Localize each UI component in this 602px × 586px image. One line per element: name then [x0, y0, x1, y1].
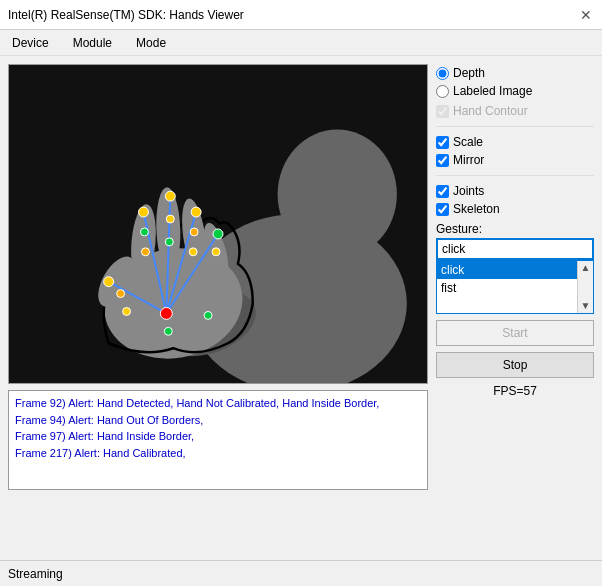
svg-point-2: [278, 130, 397, 259]
skeleton-checkbox[interactable]: [436, 203, 449, 216]
window-title: Intel(R) RealSense(TM) SDK: Hands Viewer: [8, 8, 244, 22]
svg-point-31: [204, 311, 212, 319]
svg-point-15: [160, 307, 172, 319]
left-panel: Frame 92) Alert: Hand Detected, Hand Not…: [8, 64, 428, 552]
depth-label[interactable]: Depth: [453, 66, 485, 80]
camera-view: [8, 64, 428, 384]
mirror-checkbox[interactable]: [436, 154, 449, 167]
svg-point-20: [141, 248, 149, 256]
status-label: Streaming: [8, 567, 63, 581]
skeleton-label[interactable]: Skeleton: [453, 202, 500, 216]
fps-display: FPS=57: [436, 384, 594, 398]
svg-point-19: [140, 228, 148, 236]
scale-option: Scale: [436, 135, 594, 149]
mirror-option: Mirror: [436, 153, 594, 167]
main-content: Frame 92) Alert: Hand Detected, Hand Not…: [0, 56, 602, 560]
gesture-list: click fist: [437, 261, 593, 313]
skeleton-option: Skeleton: [436, 202, 594, 216]
alert-line-1: Frame 92) Alert: Hand Detected, Hand Not…: [15, 395, 421, 412]
svg-point-17: [117, 290, 125, 298]
svg-point-18: [139, 207, 149, 217]
svg-point-29: [164, 327, 172, 335]
menu-module[interactable]: Module: [69, 36, 116, 50]
mirror-label[interactable]: Mirror: [453, 153, 484, 167]
depth-radio[interactable]: [436, 67, 449, 80]
hand-contour-checkbox: [436, 105, 449, 118]
scale-mirror-group: Scale Mirror: [436, 135, 594, 167]
divider-1: [436, 126, 594, 127]
hand-visualization: [9, 65, 427, 383]
svg-point-25: [190, 228, 198, 236]
labeled-option: Labeled Image: [436, 84, 594, 98]
hand-contour-label: Hand Contour: [453, 104, 528, 118]
svg-point-28: [212, 248, 220, 256]
divider-2: [436, 175, 594, 176]
start-button[interactable]: Start: [436, 320, 594, 346]
title-bar: Intel(R) RealSense(TM) SDK: Hands Viewer…: [0, 0, 602, 30]
menu-bar: Device Module Mode: [0, 30, 602, 56]
svg-point-23: [165, 238, 173, 246]
menu-mode[interactable]: Mode: [132, 36, 170, 50]
labeled-label[interactable]: Labeled Image: [453, 84, 532, 98]
overlay-group: Joints Skeleton: [436, 184, 594, 216]
scale-checkbox[interactable]: [436, 136, 449, 149]
svg-point-16: [104, 277, 114, 287]
gesture-section-label: Gesture:: [436, 222, 594, 236]
status-bar: Streaming: [0, 560, 602, 586]
scroll-up-arrow[interactable]: ▲: [581, 263, 591, 273]
hand-contour-option: Hand Contour: [436, 104, 594, 118]
gesture-select-container: click fist ▲ ▼: [436, 260, 594, 314]
scale-label[interactable]: Scale: [453, 135, 483, 149]
alert-line-4: Frame 217) Alert: Hand Calibrated,: [15, 445, 421, 462]
gesture-input[interactable]: [436, 238, 594, 260]
stop-button[interactable]: Stop: [436, 352, 594, 378]
gesture-section: Gesture: click fist ▲ ▼: [436, 222, 594, 314]
joints-checkbox[interactable]: [436, 185, 449, 198]
alert-log: Frame 92) Alert: Hand Detected, Hand Not…: [8, 390, 428, 490]
labeled-radio[interactable]: [436, 85, 449, 98]
svg-point-21: [165, 191, 175, 201]
scroll-down-arrow[interactable]: ▼: [581, 301, 591, 311]
joints-option: Joints: [436, 184, 594, 198]
svg-point-22: [166, 215, 174, 223]
gesture-item-click[interactable]: click: [437, 261, 593, 279]
gesture-scrollbar: ▲ ▼: [577, 261, 593, 313]
svg-point-24: [191, 207, 201, 217]
joints-label[interactable]: Joints: [453, 184, 484, 198]
menu-device[interactable]: Device: [8, 36, 53, 50]
gesture-item-fist[interactable]: fist: [437, 279, 593, 297]
right-panel: Depth Labeled Image Hand Contour Scale M…: [436, 64, 594, 552]
svg-point-27: [213, 229, 223, 239]
svg-point-30: [123, 307, 131, 315]
alert-line-3: Frame 97) Alert: Hand Inside Border,: [15, 428, 421, 445]
svg-point-26: [189, 248, 197, 256]
depth-option: Depth: [436, 66, 594, 80]
view-mode-group: Depth Labeled Image: [436, 66, 594, 98]
close-button[interactable]: ✕: [578, 7, 594, 23]
alert-line-2: Frame 94) Alert: Hand Out Of Borders,: [15, 412, 421, 429]
